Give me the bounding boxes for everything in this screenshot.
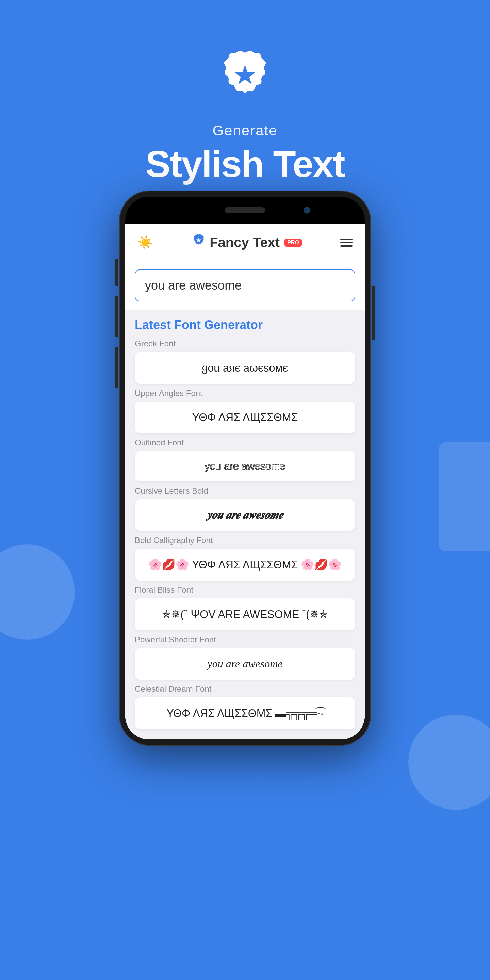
font-card-0[interactable]: ყоu аяє аωєѕомє — [135, 352, 355, 384]
app-header: ☀️ Fancy Text PRO — [125, 224, 365, 261]
phone-side-button-right — [372, 286, 375, 340]
bg-decoration-rect-right — [439, 442, 490, 551]
font-card-2[interactable]: you are awesome — [135, 451, 355, 482]
brightness-icon[interactable]: ☀️ — [137, 235, 153, 250]
phone-mockup: ☀️ Fancy Text PRO — [119, 191, 371, 746]
hero-subtitle: Generate — [212, 123, 277, 139]
font-label-0: Greek Font — [135, 339, 355, 348]
phone-side-button-2 — [115, 296, 118, 337]
content-area: Latest Font Generator Greek Fontყоu аяє … — [125, 310, 365, 740]
brand-name: Fancy Text — [210, 235, 280, 250]
font-card-6[interactable]: you are awesome — [135, 648, 355, 679]
menu-button[interactable] — [340, 239, 353, 247]
font-label-2: Outlined Font — [135, 438, 355, 447]
app-brand: Fancy Text PRO — [191, 234, 302, 251]
menu-line-2 — [340, 242, 353, 243]
phone-screen: ☀️ Fancy Text PRO — [125, 224, 365, 740]
hero-section: Generate Stylish Text — [0, 0, 490, 185]
section-title: Latest Font Generator — [135, 318, 355, 332]
bg-decoration-circle-right — [408, 714, 490, 810]
menu-line-1 — [340, 239, 353, 240]
font-card-5[interactable]: ✯✵(˘ ΨΟV ARE AWESOME ˘(✵✯ — [135, 598, 355, 630]
text-input[interactable]: you are awesome — [135, 269, 355, 301]
font-label-4: Bold Calligraphy Font — [135, 536, 355, 545]
font-label-6: Powerful Shooter Font — [135, 635, 355, 644]
phone-side-button-3 — [115, 347, 118, 388]
app-badge-icon — [215, 48, 275, 109]
font-label-3: Cursive Letters Bold — [135, 486, 355, 496]
font-card-1[interactable]: ΥΘΦ ΛЯΣ ΛЩΣΣΘΜΣ — [135, 401, 355, 433]
hero-title: Stylish Text — [145, 142, 344, 185]
font-card-3[interactable]: 𝒚𝒐𝒖 𝒂𝒓𝒆 𝒂𝒘𝒆𝒔𝒐𝒎𝒆 — [135, 499, 355, 531]
phone-side-button-1 — [115, 259, 118, 286]
phone-camera — [304, 207, 310, 214]
search-area: you are awesome — [125, 261, 365, 310]
font-card-7[interactable]: ΥΘΦ ΛЯΣ ΛЩΣΣΘΜΣ ▬╦╦╦═·͡· — [135, 697, 355, 729]
font-label-5: Floral Bliss Font — [135, 585, 355, 595]
pro-badge: PRO — [285, 239, 302, 247]
font-label-1: Upper Angles Font — [135, 388, 355, 398]
phone-shell: ☀️ Fancy Text PRO — [119, 191, 371, 746]
font-list: Greek Fontყоu аяє аωєѕомєUpper Angles Fo… — [135, 339, 355, 729]
bg-decoration-circle-left — [0, 544, 75, 640]
font-card-4[interactable]: 🌸💋🌸 ΥΘΦ ΛЯΣ ΛЩΣΣΘΜΣ 🌸💋🌸 — [135, 549, 355, 581]
phone-top-bar — [125, 197, 365, 224]
font-label-7: Celestial Dream Font — [135, 684, 355, 694]
brand-star-icon — [191, 234, 206, 251]
phone-speaker — [224, 207, 266, 213]
menu-line-3 — [340, 245, 353, 247]
